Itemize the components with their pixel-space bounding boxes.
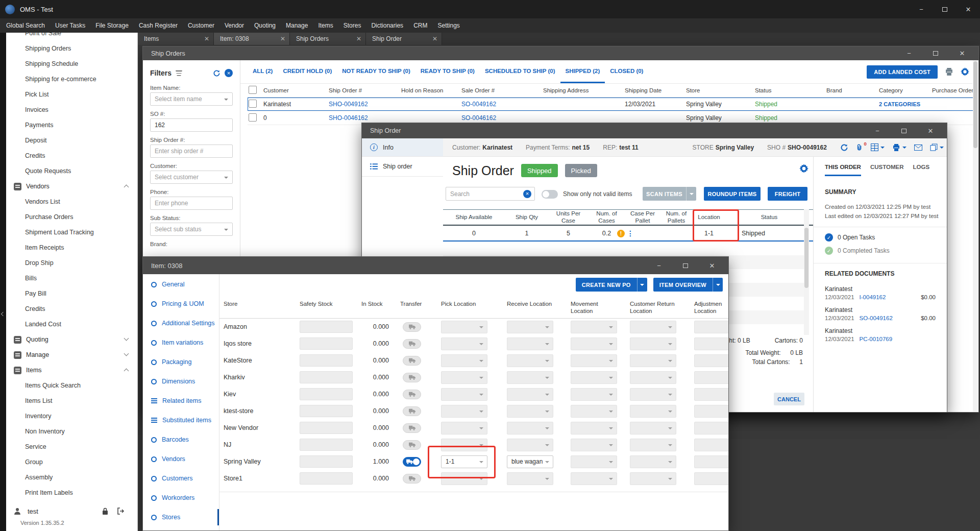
nav-item-info[interactable]: i Info xyxy=(362,138,443,157)
panel-tab[interactable]: THIS ORDER xyxy=(825,159,861,176)
cancel-button[interactable]: CANCEL xyxy=(774,393,804,405)
sidebar-item[interactable]: Drop Ship xyxy=(6,255,137,271)
sidebar-item[interactable]: Payments xyxy=(6,117,137,133)
safety-stock-input[interactable] xyxy=(300,388,353,400)
pick-location-select[interactable] xyxy=(441,337,487,350)
create-po-dropdown[interactable] xyxy=(637,278,647,292)
sidebar-item[interactable]: Items List xyxy=(6,393,137,408)
grid-export-icon[interactable] xyxy=(871,143,885,151)
close-button[interactable]: ✕ xyxy=(917,123,944,138)
document-tab[interactable]: Ship Orders ✕ xyxy=(290,33,366,45)
customer-return-location-select[interactable] xyxy=(630,422,676,435)
row-menu-icon[interactable]: ⋮ xyxy=(627,229,634,237)
receive-location-select[interactable] xyxy=(507,321,553,333)
completed-tasks-row[interactable]: ✓ 0 Completed Tasks xyxy=(825,247,890,255)
transfer-toggle[interactable] xyxy=(403,440,421,450)
item-nav-item[interactable]: Workorders xyxy=(143,488,219,508)
clear-search-icon[interactable]: × xyxy=(523,190,531,198)
transfer-toggle[interactable] xyxy=(403,457,421,467)
gear-icon[interactable] xyxy=(961,67,969,76)
refresh-icon[interactable] xyxy=(840,143,848,152)
filter-input[interactable]: 162 xyxy=(150,118,233,132)
pick-location-select[interactable] xyxy=(441,354,487,367)
sidebar-item[interactable]: Non Inventory xyxy=(6,424,137,439)
category-link[interactable]: 2 CATEGORIES xyxy=(879,101,920,107)
adjustment-location-select[interactable] xyxy=(694,439,729,451)
sidebar-item[interactable]: Vendors List xyxy=(6,194,137,209)
customer-return-location-select[interactable] xyxy=(630,337,676,350)
item-nav-item[interactable]: Vendors xyxy=(143,449,219,469)
sidebar-item[interactable]: Credits xyxy=(6,301,137,317)
filter-input[interactable]: Enter phone xyxy=(150,197,233,210)
minimize-button[interactable]: − xyxy=(646,257,672,274)
status-tab[interactable]: CLOSED (0) xyxy=(605,60,648,83)
transfer-toggle[interactable] xyxy=(403,406,421,416)
transfer-toggle[interactable] xyxy=(403,390,421,399)
adjustment-location-select[interactable] xyxy=(694,337,729,350)
row-checkbox[interactable] xyxy=(249,100,257,108)
sale-order-link[interactable]: SO-0049162 xyxy=(461,101,496,108)
adjustment-location-select[interactable] xyxy=(694,371,729,384)
item-overview-button[interactable]: ITEM OVERVIEW xyxy=(653,278,723,292)
clear-filters-icon[interactable]: × xyxy=(225,69,233,77)
tab-close-icon[interactable]: ✕ xyxy=(356,35,361,42)
status-tab[interactable]: ALL (2) xyxy=(248,60,278,83)
receive-location-select[interactable] xyxy=(507,472,553,485)
item-nav-item[interactable]: General xyxy=(143,275,219,294)
menu-item[interactable]: Stores xyxy=(338,18,366,33)
sidebar-item[interactable]: Shipment Load Tracking xyxy=(6,225,137,240)
item-nav-item[interactable]: Stores xyxy=(143,508,219,527)
item-nav-item[interactable]: Barcodes xyxy=(143,430,219,449)
app-minimize-button[interactable]: − xyxy=(910,0,933,18)
item-overview-dropdown[interactable] xyxy=(713,278,723,292)
sidebar-item[interactable]: Group xyxy=(6,454,137,470)
app-close-button[interactable]: ✕ xyxy=(957,0,980,18)
sidebar-item[interactable]: Shipping Schedule xyxy=(6,56,137,71)
transfer-toggle[interactable] xyxy=(403,322,421,332)
receive-location-select[interactable] xyxy=(507,371,553,384)
freight-button[interactable]: FREIGHT xyxy=(768,187,807,201)
transfer-toggle[interactable] xyxy=(403,474,421,484)
document-link[interactable]: PC-0010769 xyxy=(860,336,893,342)
item-nav-item[interactable]: Dimensions xyxy=(143,372,219,391)
movement-location-select[interactable] xyxy=(571,337,617,350)
sidebar-item[interactable]: Quoting xyxy=(6,332,137,347)
movement-location-select[interactable] xyxy=(571,405,617,418)
create-new-po-button[interactable]: CREATE NEW PO xyxy=(576,278,647,292)
item-row[interactable]: 0 1 5 0.2 1-1 Shipped ! ⋮ xyxy=(443,226,813,242)
adjustment-location-select[interactable] xyxy=(694,472,729,485)
pick-location-select[interactable] xyxy=(441,371,487,384)
sidebar-collapse-strip[interactable] xyxy=(0,33,6,531)
ship-order-link[interactable]: SHO-0046162 xyxy=(329,114,368,122)
customer-return-location-select[interactable] xyxy=(630,405,676,418)
receive-location-select[interactable] xyxy=(507,337,553,350)
menu-item[interactable]: Customer xyxy=(183,18,219,33)
sidebar-item[interactable]: Vendors xyxy=(6,179,137,194)
menu-item[interactable]: Items xyxy=(313,18,338,33)
sidebar-item[interactable]: Landed Cost xyxy=(6,317,137,332)
adjustment-location-select[interactable] xyxy=(694,422,729,435)
lock-icon[interactable] xyxy=(102,507,109,515)
filter-input[interactable]: Enter ship order # xyxy=(150,144,233,158)
pick-location-select[interactable] xyxy=(441,422,487,435)
app-maximize-button[interactable] xyxy=(933,0,957,18)
logout-icon[interactable] xyxy=(117,507,125,515)
transfer-toggle[interactable] xyxy=(403,373,421,382)
customer-return-location-select[interactable] xyxy=(630,388,676,401)
safety-stock-input[interactable] xyxy=(300,321,353,333)
customer-return-location-select[interactable] xyxy=(630,455,676,468)
maximize-button[interactable] xyxy=(672,257,699,274)
sidebar-item[interactable]: Assembly xyxy=(6,470,137,485)
adjustment-location-select[interactable] xyxy=(694,321,729,333)
customer-return-location-select[interactable] xyxy=(630,354,676,367)
mail-icon[interactable] xyxy=(914,144,922,151)
scrollbar-thumb[interactable] xyxy=(973,61,977,148)
sidebar-item[interactable]: Purchase Orders xyxy=(6,209,137,225)
item-window-titlebar[interactable]: Item: 0308 − ✕ xyxy=(143,257,728,274)
copy-document-icon[interactable] xyxy=(930,143,944,151)
safety-stock-input[interactable] xyxy=(300,371,353,383)
scrollbar-thumb[interactable] xyxy=(804,228,808,288)
safety-stock-input[interactable] xyxy=(300,354,353,367)
safety-stock-input[interactable] xyxy=(300,405,353,417)
scan-items-button[interactable]: SCAN ITEMS xyxy=(643,187,696,201)
